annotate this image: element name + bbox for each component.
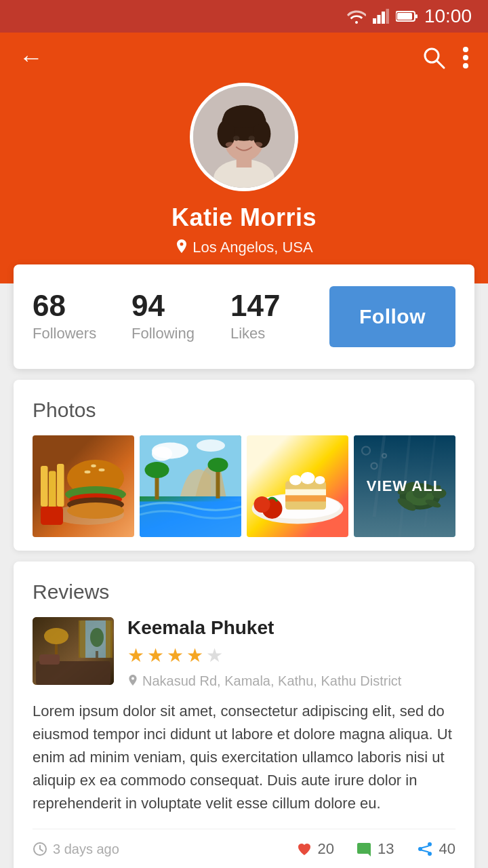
- svg-rect-0: [373, 18, 376, 24]
- svg-point-39: [152, 447, 172, 461]
- reviews-section: Reviews: [14, 561, 474, 868]
- svg-point-76: [90, 628, 104, 647]
- svg-point-36: [67, 502, 124, 519]
- star-1: ★: [127, 644, 144, 667]
- star-4: ★: [186, 644, 203, 667]
- likes-count: 147: [230, 291, 280, 321]
- svg-rect-28: [41, 507, 63, 525]
- review-body-text: Lorem ipsum dolor sit amet, consectetur …: [33, 700, 455, 815]
- svg-point-42: [145, 462, 169, 478]
- svg-point-54: [301, 472, 315, 484]
- likes-stat: 147 Likes: [230, 291, 329, 342]
- svg-point-31: [99, 469, 105, 472]
- followers-label: Followers: [33, 325, 96, 342]
- photo-item-viewall[interactable]: VIEW ALL: [354, 435, 455, 537]
- svg-point-20: [233, 136, 239, 141]
- photo-item-pool[interactable]: [140, 435, 241, 537]
- comment-action[interactable]: 13: [356, 840, 394, 858]
- share-action[interactable]: 40: [416, 840, 455, 858]
- svg-rect-26: [49, 471, 56, 510]
- review-image: [33, 617, 114, 685]
- svg-point-72: [44, 628, 68, 644]
- star-5: ★: [206, 644, 223, 667]
- avatar: [190, 83, 298, 191]
- review-place-name: Keemala Phuket: [127, 617, 455, 639]
- wifi-icon: [347, 9, 366, 24]
- svg-rect-3: [386, 9, 389, 24]
- review-location-icon: [127, 675, 138, 688]
- svg-rect-6: [415, 14, 418, 18]
- photo-item-burger[interactable]: [33, 435, 134, 537]
- status-bar: 10:00: [0, 0, 488, 33]
- svg-rect-5: [397, 13, 412, 20]
- likes-label: Likes: [230, 325, 265, 342]
- comment-icon: [356, 842, 372, 856]
- photo-item-food[interactable]: [247, 435, 348, 537]
- comment-count: 13: [378, 840, 394, 858]
- following-count: 94: [131, 291, 165, 321]
- svg-point-53: [289, 475, 302, 486]
- status-time: 10:00: [424, 5, 472, 27]
- review-stars: ★ ★ ★ ★ ★: [127, 644, 455, 667]
- battery-icon: [396, 10, 418, 22]
- like-action[interactable]: 20: [296, 840, 334, 858]
- svg-line-8: [437, 61, 444, 68]
- svg-point-10: [463, 55, 468, 60]
- svg-point-44: [208, 458, 228, 472]
- svg-rect-27: [57, 464, 64, 507]
- svg-rect-71: [106, 620, 113, 658]
- star-3: ★: [167, 644, 184, 667]
- review-time: 3 days ago: [33, 842, 296, 857]
- photos-grid: VIEW ALL: [33, 435, 455, 537]
- following-stat: 94 Following: [131, 291, 230, 342]
- clock-icon: [33, 842, 47, 856]
- share-count: 40: [439, 840, 455, 858]
- top-navigation: ←: [0, 33, 488, 83]
- svg-point-40: [197, 439, 225, 452]
- svg-rect-75: [39, 654, 60, 665]
- review-meta: Keemala Phuket ★ ★ ★ ★ ★ Nakasud Rd, Kam…: [127, 617, 455, 689]
- svg-rect-77: [96, 651, 98, 658]
- review-location: Nakasud Rd, Kamala, Kathu, Kathu Distric…: [127, 673, 455, 689]
- svg-rect-25: [41, 466, 48, 507]
- review-footer: 3 days ago 20 13: [33, 829, 455, 858]
- svg-rect-51: [285, 490, 326, 496]
- status-icons: 10:00: [347, 5, 472, 27]
- search-icon[interactable]: [422, 45, 446, 70]
- svg-point-22: [226, 142, 235, 148]
- profile-name: Katie Morris: [171, 203, 317, 232]
- svg-point-21: [249, 136, 255, 141]
- svg-point-30: [85, 471, 91, 474]
- followers-count: 68: [33, 291, 66, 321]
- profile-location: Los Angelos, USA: [175, 239, 312, 256]
- location-icon: [175, 239, 188, 256]
- svg-point-11: [463, 63, 468, 68]
- star-2: ★: [147, 644, 164, 667]
- more-options-icon[interactable]: [462, 45, 469, 70]
- nav-right-actions: [422, 45, 469, 70]
- signal-icon: [373, 9, 389, 24]
- share-icon: [416, 842, 434, 856]
- view-all-label[interactable]: VIEW ALL: [367, 477, 443, 495]
- svg-point-49: [254, 496, 270, 513]
- heart-icon: [296, 842, 312, 856]
- review-actions: 20 13 40: [296, 840, 455, 858]
- profile-header: ←: [0, 33, 488, 283]
- svg-point-55: [315, 476, 325, 484]
- review-top: Keemala Phuket ★ ★ ★ ★ ★ Nakasud Rd, Kam…: [33, 617, 455, 689]
- svg-point-19: [224, 105, 264, 128]
- back-button[interactable]: ←: [19, 43, 43, 72]
- time-ago-text: 3 days ago: [53, 842, 119, 857]
- svg-rect-52: [285, 496, 326, 502]
- photos-title: Photos: [33, 399, 455, 422]
- svg-point-23: [253, 142, 262, 148]
- stats-card: 68 Followers 94 Following 147 Likes Foll…: [14, 264, 474, 369]
- followers-stat: 68 Followers: [33, 291, 131, 342]
- review-item: Keemala Phuket ★ ★ ★ ★ ★ Nakasud Rd, Kam…: [33, 617, 455, 858]
- svg-rect-1: [377, 15, 380, 24]
- svg-rect-74: [36, 661, 110, 685]
- svg-line-82: [421, 846, 428, 848]
- following-label: Following: [131, 325, 195, 342]
- follow-button[interactable]: Follow: [329, 286, 455, 347]
- reviews-title: Reviews: [33, 580, 455, 604]
